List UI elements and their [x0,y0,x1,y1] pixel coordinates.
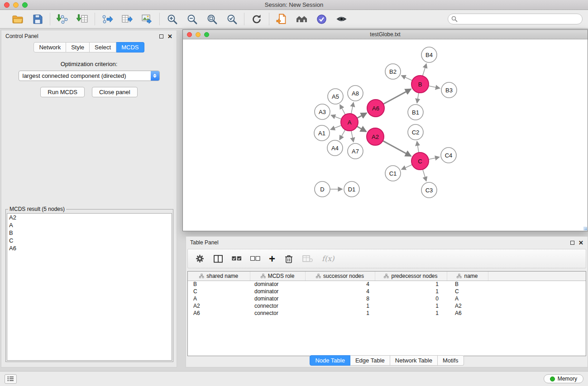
network-zoom-light[interactable] [204,32,209,37]
show-columns-button[interactable] [213,254,223,263]
refresh-button[interactable] [250,12,263,26]
document-button[interactable] [275,12,288,26]
network-node-C[interactable]: C [411,152,429,170]
network-node-A[interactable]: A [341,114,358,131]
mcds-result-item[interactable]: B [7,229,172,237]
export-network-button[interactable] [100,12,114,26]
float-panel-icon[interactable] [159,34,163,38]
network-node-C1[interactable]: C1 [385,166,401,181]
close-panel-icon[interactable]: ✕ [167,33,172,39]
zoom-in-button[interactable] [165,12,179,26]
network-edge-C-C3[interactable] [423,169,426,181]
table-row[interactable]: A2connector11A2 [188,302,586,310]
zoom-window-light[interactable] [22,2,28,8]
control-tab-style[interactable]: Style [66,42,90,52]
network-edge-A2-C[interactable] [383,141,411,156]
delete-column-button[interactable] [284,254,294,264]
function-builder-button[interactable]: f(x) [322,254,334,263]
window-resize-handle[interactable] [583,227,587,230]
table-tab-motifs[interactable]: Motifs [438,355,464,366]
table-row[interactable]: A6connector11A6 [188,310,586,317]
network-node-A1[interactable]: A1 [314,125,330,141]
network-node-A4[interactable]: A4 [327,140,343,156]
network-node-A6[interactable]: A6 [367,100,384,117]
network-edge-A-A2[interactable] [357,126,366,131]
open-session-button[interactable] [11,12,24,26]
network-edge-C-C4[interactable] [429,157,440,159]
mcds-result-item[interactable]: A [7,221,172,229]
network-edge-A6-B[interactable] [383,89,411,104]
network-edge-B-B1[interactable] [417,93,419,103]
network-close-light[interactable] [187,32,192,37]
network-window-titlebar[interactable]: testGlobe.txt [183,30,588,39]
network-node-C3[interactable]: C3 [421,182,437,198]
table-row[interactable]: Cdominator41C [188,288,586,295]
column-header-shared-name[interactable]: shared name [188,272,250,281]
mcds-result-item[interactable]: A6 [7,244,172,252]
table-row[interactable]: Adominator80A [188,295,586,302]
network-node-C4[interactable]: C4 [441,148,456,163]
float-table-panel-icon[interactable] [570,241,574,245]
control-tab-select[interactable]: Select [90,42,116,52]
network-edge-A-A4[interactable] [339,130,345,140]
memory-button[interactable]: Memory [544,374,583,383]
network-edge-B-B2[interactable] [402,76,412,81]
node-table[interactable]: shared nameMCDS rolesuccessor nodesprede… [187,271,586,356]
network-node-B[interactable]: B [411,76,429,93]
add-column-button[interactable]: + [269,253,275,264]
mcds-result-list[interactable]: A2ABCA6 [7,213,172,361]
network-edge-A-A7[interactable] [351,131,354,142]
table-tab-node-table[interactable]: Node Table [310,355,350,366]
column-header-MCDS-role[interactable]: MCDS role [250,272,305,281]
network-node-A2[interactable]: A2 [367,128,384,145]
network-edge-C-C1[interactable] [402,165,412,170]
network-edge-A-A3[interactable] [331,115,342,119]
network-node-B3[interactable]: B3 [441,82,457,98]
zoom-fit-button[interactable] [205,12,219,26]
control-tab-network[interactable]: Network [33,42,66,52]
network-edge-A-A5[interactable] [340,105,345,114]
network-edge-A-A6[interactable] [357,113,367,118]
badge-button[interactable] [315,12,328,26]
network-node-D[interactable]: D [315,181,330,197]
import-table-button[interactable] [76,12,89,26]
show-panels-button[interactable] [5,374,17,384]
network-edge-A-A8[interactable] [351,103,354,114]
network-edge-A-A1[interactable] [331,125,342,129]
minimize-window-light[interactable] [13,2,19,8]
close-window-light[interactable] [4,2,10,8]
show-details-button[interactable] [335,12,348,26]
delete-table-button[interactable] [302,255,313,263]
optimization-criterion-dropdown[interactable]: largest connected component (directed) [19,71,160,81]
neighbors-button[interactable] [295,12,308,26]
network-node-B2[interactable]: B2 [385,64,401,79]
network-edge-B-B4[interactable] [423,64,426,76]
table-settings-button[interactable] [195,254,205,263]
network-minimize-light[interactable] [196,32,201,37]
export-table-button[interactable] [120,12,134,26]
table-tab-edge-table[interactable]: Edge Table [350,355,390,366]
network-edge-C-C2[interactable] [417,142,419,153]
mcds-result-item[interactable]: A2 [7,214,172,221]
network-node-C2[interactable]: C2 [408,124,423,140]
network-node-A7[interactable]: A7 [348,143,363,159]
deselect-all-button[interactable] [250,256,260,261]
zoom-selected-button[interactable] [225,12,239,26]
network-canvas[interactable]: B4B2BB3A8A5A6A3B1AC2A1A2A4A7C4CC1DD1C3 [183,39,588,231]
save-session-button[interactable] [31,12,44,26]
column-header-name[interactable]: name [447,272,488,281]
network-node-A8[interactable]: A8 [348,86,363,101]
network-node-A5[interactable]: A5 [328,89,343,104]
zoom-out-button[interactable] [185,12,199,26]
column-header-predecessor-nodes[interactable]: predecessor nodes [375,272,447,281]
close-panel-button[interactable]: Close panel [92,87,138,97]
export-image-button[interactable] [140,12,154,26]
network-node-D1[interactable]: D1 [344,181,359,197]
close-table-panel-icon[interactable]: ✕ [578,240,583,246]
table-tab-network-table[interactable]: Network Table [390,355,438,366]
table-row[interactable]: Bdominator41B [188,281,586,288]
network-edge-B-B3[interactable] [429,86,440,88]
network-node-B4[interactable]: B4 [421,47,437,62]
network-node-B1[interactable]: B1 [408,105,423,120]
run-mcds-button[interactable]: Run MCDS [40,87,85,97]
